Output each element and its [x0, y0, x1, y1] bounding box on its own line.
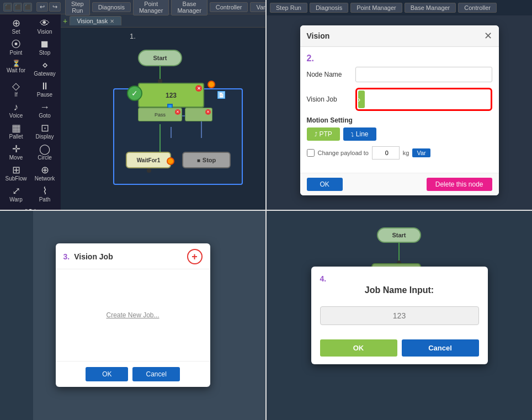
gateway-label: Gateway: [34, 71, 55, 77]
display-label: Display: [36, 134, 54, 140]
stop-square-icon: ■: [197, 157, 200, 163]
p4-start-label: Start: [392, 232, 406, 238]
node-waitfor[interactable]: WaitFor1: [126, 152, 171, 168]
stop-label: Stop: [203, 157, 216, 163]
sidebar-item-warp[interactable]: ⤢ Warp: [2, 184, 30, 204]
add-job-btn[interactable]: +: [187, 249, 203, 264]
point-manager-btn-2[interactable]: Point Manager: [350, 3, 402, 13]
tab-vision-task[interactable]: Vision_task ✕: [70, 16, 121, 25]
step-run-btn-1[interactable]: Step Run: [65, 0, 90, 15]
doc-icon: 📄: [217, 91, 225, 99]
sidebar-item-move[interactable]: ✛ Move: [2, 142, 30, 162]
base-manager-btn-2[interactable]: Base Manager: [405, 3, 456, 13]
toolbar-icon-1: ⬛: [3, 3, 12, 12]
sidebar-item-point[interactable]: ⦿ Point: [2, 38, 30, 57]
sidebar-item-pause[interactable]: ⏸ Pause: [31, 79, 58, 99]
jn-header: 4. Job Name Input:: [311, 267, 488, 301]
sidebar-item-subflow[interactable]: ⊞ SubFlow: [2, 163, 30, 183]
payload-checkbox[interactable]: [307, 149, 315, 157]
sidebar-item-pallet[interactable]: ▦ Pallet: [2, 121, 30, 141]
sidebar-item-if[interactable]: ◇ If: [2, 79, 30, 99]
payload-unit: kg: [403, 150, 409, 156]
job-name-input[interactable]: [320, 306, 479, 325]
vision-job-btn[interactable]: ›: [358, 91, 365, 108]
sidebar-item-goto[interactable]: → Goto: [31, 100, 58, 120]
vj-body: Create New Job...: [56, 269, 210, 361]
ptp-label: PTP: [320, 130, 332, 138]
sidebar-item-gateway[interactable]: ⋄ Gateway: [31, 59, 58, 78]
sidebar-item-path[interactable]: ⌇ Path: [31, 184, 58, 204]
pallet-label: Pallet: [9, 134, 23, 140]
controller-btn-1[interactable]: Controller: [210, 2, 248, 12]
vision-sub-node[interactable]: Pass ✕: [138, 108, 182, 121]
vision-job-row: Vision Job ›: [307, 88, 492, 111]
motion-label: Motion Setting: [307, 116, 492, 124]
sidebar-item-vision[interactable]: 👁 Vision: [31, 17, 58, 36]
motion-section: Motion Setting ⤴ PTP ⤵ Line: [307, 116, 492, 141]
display-icon: ⊡: [41, 123, 49, 133]
motion-btns: ⤴ PTP ⤵ Line: [307, 127, 492, 141]
vision-fail-node[interactable]: ✕: [185, 108, 212, 121]
sidebar-item-network[interactable]: ⊕ Network: [31, 163, 58, 183]
vision-job-label: Vision Job: [307, 95, 351, 103]
create-new-job-link[interactable]: Create New Job...: [106, 311, 159, 319]
set-icon: ⊕: [12, 18, 20, 28]
dialog-title: Vision: [307, 31, 330, 40]
vision-job-dialog: 3. Vision Job + Create New Job... OK Can…: [56, 243, 210, 387]
step-run-btn-2[interactable]: Step Run: [270, 3, 307, 13]
diagnosis-btn-1[interactable]: Diagnosis: [92, 2, 131, 12]
sidebar-item-stop[interactable]: ⏹ Stop: [31, 38, 58, 57]
path-label: Path: [39, 196, 51, 203]
ok-btn-2[interactable]: OK: [307, 178, 343, 191]
panel3-sidebar-bg: [0, 211, 33, 421]
sidebar-item-voice[interactable]: ♪ Voice: [2, 100, 30, 120]
vj-title: Vision Job: [74, 252, 113, 261]
line-btn[interactable]: ⤵ Line: [343, 127, 376, 141]
cancel-btn-4[interactable]: Cancel: [402, 339, 479, 357]
vj-footer: OK Cancel: [56, 361, 210, 387]
sidebar-item-meal[interactable]: 🍽 Meal: [17, 205, 44, 210]
jn-body: [311, 301, 488, 339]
fail-close[interactable]: ✕: [205, 109, 211, 115]
vision-node-group[interactable]: ✓ 123 ✕ Pass ✕ ✕: [127, 83, 226, 124]
panel-4: Start ✓ Pass 4. Job Name Input: OK Cance…: [267, 211, 532, 421]
panel2-toolbar: Step Run Diagnosis Point Manager Base Ma…: [267, 0, 532, 15]
point-icon: ⦿: [11, 39, 21, 49]
tab-close[interactable]: ✕: [110, 18, 114, 24]
undo-btn[interactable]: ↩: [36, 2, 48, 12]
delete-node-btn[interactable]: Delete this node: [427, 178, 492, 191]
step-1-label: 1.: [130, 32, 136, 40]
node-stop[interactable]: ■ Stop: [182, 152, 231, 168]
stop-icon: ⏹: [40, 39, 50, 49]
pass-close[interactable]: ✕: [175, 109, 180, 115]
stop-label: Stop: [39, 50, 51, 56]
canvas[interactable]: 1. Start: [61, 28, 265, 210]
diagnosis-btn-2[interactable]: Diagnosis: [310, 3, 348, 13]
node-start[interactable]: Start: [138, 50, 182, 66]
node-name-input[interactable]: [355, 67, 492, 82]
redo-btn[interactable]: ↪: [49, 2, 61, 12]
point-manager-btn-1[interactable]: Point Manager: [133, 0, 169, 15]
dialog-close-btn[interactable]: ✕: [484, 30, 492, 42]
ok-btn-3[interactable]: OK: [86, 367, 128, 381]
controller-btn-2[interactable]: Controller: [458, 3, 497, 13]
move-icon: ✛: [12, 144, 20, 154]
ok-btn-4[interactable]: OK: [320, 339, 397, 357]
payload-input[interactable]: [372, 146, 400, 160]
variables-btn-1[interactable]: Variables: [250, 2, 265, 12]
sidebar-item-display[interactable]: ⊡ Display: [31, 121, 58, 141]
point-label: Point: [10, 50, 23, 56]
ptp-btn[interactable]: ⤴ PTP: [307, 127, 340, 141]
base-manager-btn-1[interactable]: Base Manager: [171, 0, 207, 15]
circle-icon: ◯: [39, 144, 50, 154]
tab-plus-btn[interactable]: +: [63, 17, 67, 25]
payload-var-btn[interactable]: Var: [412, 148, 430, 157]
vision-close-icon[interactable]: ✕: [195, 85, 202, 92]
network-label: Network: [35, 176, 55, 182]
goto-icon: →: [40, 102, 50, 112]
cancel-btn-3[interactable]: Cancel: [132, 367, 179, 381]
sidebar-item-set[interactable]: ⊕ Set: [2, 17, 30, 36]
sidebar-item-circle[interactable]: ◯ Circle: [31, 142, 58, 162]
sidebar-item-waitfor[interactable]: ⏳ Wait for: [2, 59, 30, 78]
voice-label: Voice: [9, 113, 23, 119]
